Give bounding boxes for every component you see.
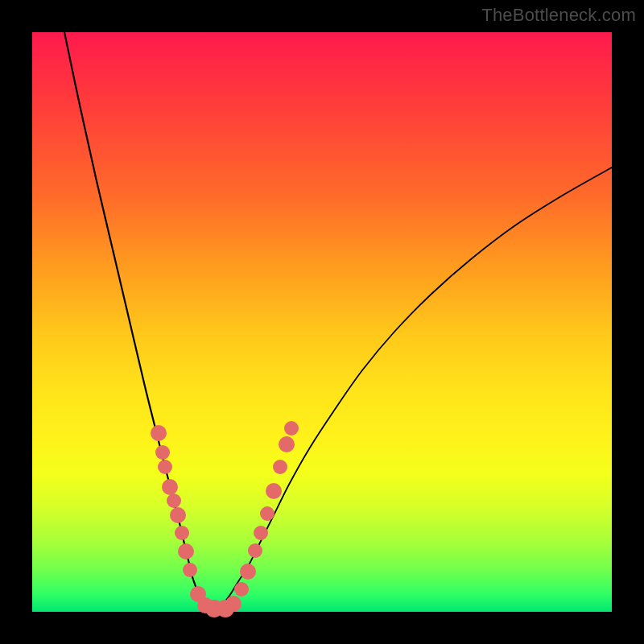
data-dot xyxy=(273,460,287,474)
dots-group xyxy=(151,421,299,617)
data-dot xyxy=(151,425,167,441)
curves-svg xyxy=(32,32,612,612)
data-dot xyxy=(167,493,181,508)
data-dot xyxy=(183,563,197,577)
data-dot xyxy=(279,436,295,452)
data-dot xyxy=(158,460,172,474)
watermark-text: TheBottleneck.com xyxy=(481,5,636,26)
data-dot xyxy=(240,564,256,580)
data-dot xyxy=(254,526,268,540)
left-curve xyxy=(64,32,213,610)
data-dot xyxy=(178,543,194,559)
data-dot xyxy=(284,421,299,436)
data-dot xyxy=(260,506,275,521)
data-dot xyxy=(175,526,189,540)
data-dot xyxy=(170,507,186,523)
right-curve xyxy=(213,167,612,610)
data-dot xyxy=(266,483,282,499)
data-dot xyxy=(155,445,170,460)
data-dot xyxy=(234,582,249,597)
plot-area xyxy=(32,32,612,612)
data-dot xyxy=(162,479,178,495)
data-dot xyxy=(225,596,242,612)
frame: TheBottleneck.com xyxy=(0,0,644,644)
data-dot xyxy=(248,543,262,558)
